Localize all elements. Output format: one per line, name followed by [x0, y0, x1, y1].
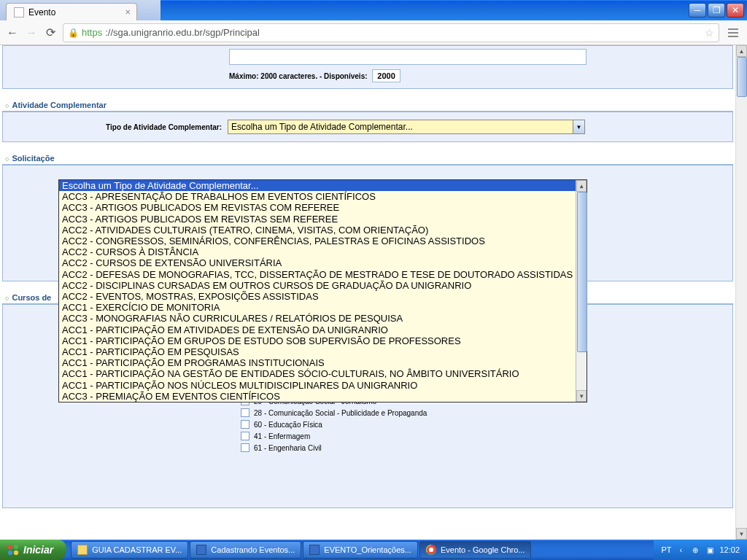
taskbar-item[interactable]: EVENTO_Orientações...	[303, 541, 418, 559]
windows-logo-icon	[7, 544, 19, 556]
taskbar-item[interactable]: Cadastrando Eventos...	[190, 541, 301, 559]
close-button[interactable]: ✕	[727, 3, 744, 18]
language-indicator[interactable]: PT	[661, 545, 671, 554]
tipo-atividade-dropdown[interactable]: Escolha um Tipo de Atividade Complementa…	[58, 179, 587, 402]
taskbar-item-label: EVENTO_Orientações...	[324, 545, 411, 554]
forward-button[interactable]: →	[25, 26, 38, 39]
browser-toolbar: ← → ⟳ 🔒 https://sga.unigranrio.edu.br/sg…	[0, 20, 747, 45]
clock[interactable]: 12:02	[719, 545, 740, 554]
maximize-button[interactable]: ❐	[708, 3, 725, 18]
dropdown-option[interactable]: ACC1 - EXERCÍCIO DE MONITORIA	[59, 302, 576, 313]
page-scroll-down-icon[interactable]: ▼	[736, 528, 747, 540]
system-tray: PT ‹ ⊕ ▣ 12:02	[654, 540, 747, 560]
taskbar-item[interactable]: GUIA CADASTRAR EV...	[71, 541, 188, 559]
dropdown-option[interactable]: ACC2 - DISCIPLINAS CURSADAS EM OUTROS CU…	[59, 280, 576, 291]
course-label: 28 - Comunicação Social - Publicidade e …	[254, 409, 427, 417]
char-count-box: 2000	[372, 69, 400, 82]
page-scroll-up-icon[interactable]: ▲	[736, 45, 747, 57]
url-rest: ://sga.unigranrio.edu.br/sgp/Principal	[105, 27, 260, 38]
dropdown-option[interactable]: ACC3 - APRESENTAÇÃO DE TRABALHOS EM EVEN…	[59, 191, 576, 202]
dropdown-option[interactable]: ACC2 - CURSOS DE EXTENSÃO UNIVERSITÁRIA	[59, 257, 576, 268]
dropdown-option[interactable]: ACC1 - PARTICIPAÇÃO EM PROGRAMAS INSTITU…	[59, 357, 576, 368]
start-button[interactable]: Iniciar	[0, 540, 66, 560]
url-scheme: https	[82, 27, 102, 38]
dropdown-option[interactable]: ACC2 - CONGRESSOS, SEMINÁRIOS, CONFERÊNC…	[59, 236, 576, 246]
textarea-section: Máximo: 2000 caracteres. - Disponíveis: …	[2, 45, 733, 89]
taskbar-item-icon	[196, 545, 206, 555]
dropdown-option[interactable]: Escolha um Tipo de Atividade Complementa…	[59, 180, 576, 191]
browser-tab[interactable]: Evento ×	[6, 3, 137, 20]
course-checkbox-row[interactable]: 41 - Enfermagem	[241, 430, 727, 442]
course-label: 41 - Enfermagem	[254, 432, 310, 440]
course-label: 61 - Engenharia Civil	[254, 444, 322, 452]
dropdown-option[interactable]: ACC1 - PARTICIPAÇÃO EM ATIVIDADES DE EXT…	[59, 324, 576, 335]
course-label: 60 - Educação Física	[254, 421, 322, 429]
dropdown-option[interactable]: ACC2 - CURSOS À DISTÂNCIA	[59, 246, 576, 257]
taskbar-item-icon	[426, 545, 436, 555]
tab-close-icon[interactable]: ×	[125, 7, 131, 18]
checkbox[interactable]	[241, 432, 249, 440]
dropdown-option[interactable]: ACC2 - ATIVIDADES CULTURAIS (TEATRO, CIN…	[59, 225, 576, 236]
page-scrollbar-thumb[interactable]	[737, 57, 747, 97]
dropdown-option[interactable]: ACC2 - EVENTOS, MOSTRAS, EXPOSIÇÕES ASSI…	[59, 291, 576, 302]
dropdown-option[interactable]: ACC1 - PARTICIPAÇÃO NOS NÚCLEOS MULTIDIS…	[59, 380, 576, 391]
tab-title: Evento	[28, 7, 55, 18]
minimize-button[interactable]: ─	[689, 3, 706, 18]
dropdown-option[interactable]: ACC2 - DEFESAS DE MONOGRAFIAS, TCC, DISS…	[59, 269, 576, 280]
course-checkbox-row[interactable]: 61 - Engenharia Civil	[241, 442, 727, 454]
taskbar-item-label: Cadastrando Eventos...	[211, 545, 295, 554]
page-content: Máximo: 2000 caracteres. - Disponíveis: …	[0, 45, 747, 540]
description-textarea[interactable]	[229, 49, 587, 65]
lock-icon: 🔒	[68, 28, 79, 38]
back-button[interactable]: ←	[6, 26, 19, 39]
chrome-tab-strip: Evento ×	[0, 0, 160, 20]
atividade-form: Tipo de Atividade Complementar: Escolha …	[2, 112, 733, 142]
tipo-atividade-select[interactable]: Escolha um Tipo de Atividade Complementa…	[228, 120, 585, 134]
section-atividade-complementar: Atividade Complementar	[2, 89, 733, 112]
taskbar-item-label: Evento - Google Chro...	[441, 545, 525, 554]
chrome-menu-button[interactable]	[725, 28, 741, 37]
address-bar[interactable]: 🔒 https://sga.unigranrio.edu.br/sgp/Prin…	[63, 23, 719, 42]
char-limit-label: Máximo: 2000 caracteres. - Disponíveis: …	[229, 69, 732, 82]
checkbox[interactable]	[241, 420, 249, 429]
taskbar-item-label: GUIA CADASTRAR EV...	[92, 545, 182, 554]
checkbox[interactable]	[241, 443, 249, 452]
dropdown-option[interactable]: ACC3 - PREMIAÇÃO EM EVENTOS CIENTÍFICOS	[59, 391, 576, 402]
dropdown-option[interactable]: ACC1 - PARTICIPAÇÃO NA GESTÃO DE ENTIDAD…	[59, 368, 576, 379]
bookmark-star-icon[interactable]: ☆	[705, 27, 714, 39]
tray-network-icon[interactable]: ⊕	[690, 545, 700, 555]
taskbar-item[interactable]: Evento - Google Chro...	[419, 541, 532, 559]
course-checkbox-row[interactable]: 28 - Comunicação Social - Publicidade e …	[241, 407, 727, 419]
tray-volume-icon[interactable]: ▣	[705, 545, 715, 555]
dropdown-scrollbar[interactable]: ▲ ▼	[576, 180, 587, 402]
dropdown-option[interactable]: ACC3 - ARTIGOS PUBLICADOS EM REVISTAS CO…	[59, 202, 576, 213]
taskbar-item-icon	[77, 545, 88, 555]
dropdown-option[interactable]: ACC3 - MONOGRAFIAS NÃO CURRICULARES / RE…	[59, 313, 576, 324]
scrollbar-thumb[interactable]	[577, 192, 587, 352]
reload-button[interactable]: ⟳	[44, 26, 57, 39]
scroll-up-icon[interactable]: ▲	[576, 180, 587, 192]
tipo-atividade-label: Tipo de Atividade Complementar:	[9, 123, 228, 131]
windows-taskbar: Iniciar GUIA CADASTRAR EV...Cadastrando …	[0, 540, 747, 560]
course-checkbox-row[interactable]: 60 - Educação Física	[241, 419, 727, 430]
tray-arrow-icon[interactable]: ‹	[676, 545, 686, 555]
checkbox[interactable]	[241, 408, 249, 417]
scroll-down-icon[interactable]: ▼	[576, 390, 587, 402]
dropdown-option[interactable]: ACC3 - ARTIGOS PUBLICADOS EM REVISTAS SE…	[59, 214, 576, 225]
taskbar-items: GUIA CADASTRAR EV...Cadastrando Eventos.…	[71, 541, 654, 559]
page-scrollbar[interactable]: ▲ ▼	[735, 45, 747, 540]
section-solicitacoes: Solicitaçõe	[2, 142, 733, 165]
page-icon	[14, 7, 24, 18]
dropdown-option[interactable]: ACC1 - PARTICIPAÇÃO EM PESQUISAS	[59, 346, 576, 357]
select-arrow-icon: ▼	[573, 120, 584, 133]
dropdown-option[interactable]: ACC1 - PARTICIPAÇÃO EM GRUPOS DE ESTUDO …	[59, 335, 576, 346]
taskbar-item-icon	[309, 545, 320, 555]
